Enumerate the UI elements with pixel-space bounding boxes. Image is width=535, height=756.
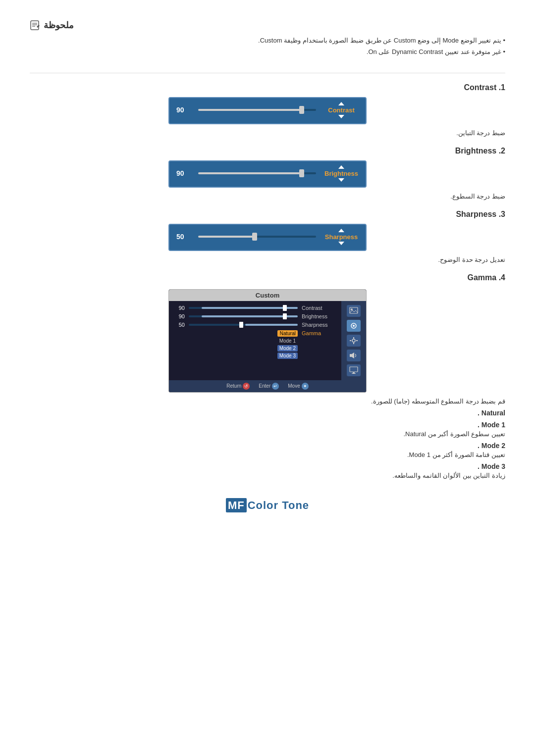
- sharpness-slider-ui[interactable]: Sharpness 50: [168, 224, 367, 251]
- sharpness-thumb[interactable]: [252, 233, 257, 241]
- osd-contrast-thumb: [283, 305, 287, 311]
- osd-contrast-row: Contrast 90: [174, 305, 336, 311]
- osd-brightness-row: Brightness 90: [174, 313, 336, 319]
- brand-text: MFColor Tone: [226, 499, 309, 511]
- brightness-description: ضبط درجة السطوع.: [30, 193, 505, 200]
- svg-rect-14: [350, 367, 358, 372]
- brand-rest: Color Tone: [248, 499, 309, 511]
- osd-sharpness-fill: [245, 324, 298, 326]
- osd-footer-return: ↺ Return: [226, 383, 250, 390]
- contrast-arrow-up[interactable]: [338, 102, 344, 105]
- brightness-track[interactable]: [198, 171, 316, 175]
- brightness-label: Brightness: [455, 147, 497, 155]
- contrast-arrow-down[interactable]: [338, 115, 344, 118]
- osd-body: Contrast 90 Brightness: [169, 301, 366, 380]
- osd-brightness-label: Brightness: [302, 313, 336, 319]
- osd-icon-picture[interactable]: [347, 305, 361, 317]
- contrast-label-box: Contrast: [324, 102, 359, 118]
- svg-point-8: [352, 339, 355, 342]
- svg-rect-16: [352, 373, 356, 374]
- osd-footer-enter: ↵ Enter: [259, 383, 279, 390]
- osd-contrast-value: 90: [174, 305, 185, 311]
- osd-gamma-row: Gamma Natural Mode 1 Mode 2 Mode 3: [174, 330, 336, 359]
- gamma-number: .4: [499, 273, 505, 282]
- contrast-thumb[interactable]: [299, 106, 304, 114]
- sharpness-track[interactable]: [198, 235, 316, 239]
- osd-sidebar: [341, 301, 366, 380]
- osd-brightness-track: [189, 315, 298, 317]
- sharpness-section: Sharpness .3 Sharpness 50 تعديل درجة حدة…: [30, 210, 505, 263]
- osd-sharpness-thumb: [239, 322, 243, 328]
- move-icon: ✦: [302, 383, 309, 390]
- brightness-value: 90: [176, 169, 190, 177]
- gamma-mode1-label: Mode 1 .: [30, 421, 505, 429]
- note-title: ملحوظة: [30, 20, 505, 31]
- contrast-track-fill: [198, 109, 302, 111]
- brand-mf: MF: [226, 498, 247, 512]
- sharpness-arrow-down[interactable]: [338, 242, 344, 245]
- osd-gamma-mode2[interactable]: Mode 2: [277, 345, 298, 352]
- osd-title: Custom: [169, 290, 366, 301]
- brightness-number: .2: [499, 147, 505, 155]
- svg-point-5: [351, 308, 353, 310]
- sharpness-label-box: Sharpness: [324, 229, 359, 245]
- osd-footer-move: ✦ Move: [288, 383, 308, 390]
- osd-gamma-label: Gamma: [302, 330, 336, 336]
- contrast-label: Contrast: [464, 83, 496, 92]
- osd-brightness-value: 90: [174, 313, 185, 319]
- sharpness-value: 50: [176, 233, 190, 241]
- enter-icon: ↵: [272, 383, 279, 390]
- sharpness-heading: Sharpness .3: [30, 210, 505, 219]
- brightness-slider-ui[interactable]: Brightness 90: [168, 160, 367, 188]
- gamma-mode2-desc: تعيين قتامة الصورة أكثر من Mode 1.: [30, 451, 505, 458]
- brightness-track-fill: [198, 172, 302, 174]
- note-bullet-2: غير متوفرة عند تعيين Dynamic Contrast عل…: [30, 46, 505, 57]
- note-icon: [30, 20, 41, 31]
- osd-sharpness-track: [189, 324, 298, 326]
- return-icon: ↺: [243, 383, 250, 390]
- gamma-mode3-desc: زيادة التباين بين الألوان القاتمه والساط…: [30, 472, 505, 479]
- osd-sharpness-label: Sharpness: [302, 322, 336, 328]
- brightness-section: Brightness .2 Brightness 90 ضبط درجة الس…: [30, 147, 505, 200]
- osd-icon-gear[interactable]: [347, 335, 361, 347]
- gamma-main-desc: قم بضبط درجة السطوع المتوسطه (جاما) للصو…: [30, 398, 505, 405]
- sharpness-track-fill: [198, 236, 255, 238]
- move-label: Move: [288, 383, 300, 389]
- gamma-osd: Custom: [168, 289, 367, 393]
- osd-icon-display[interactable]: [347, 364, 361, 376]
- contrast-track[interactable]: [198, 108, 316, 112]
- osd-brightness-thumb: [283, 313, 287, 319]
- sharpness-number: .3: [499, 210, 505, 218]
- osd-gamma-mode1[interactable]: Mode 1: [277, 338, 298, 344]
- osd-gamma-options[interactable]: Natural Mode 1 Mode 2 Mode 3: [277, 330, 298, 359]
- osd-icon-active[interactable]: [347, 320, 361, 332]
- osd-contrast-label: Contrast: [302, 305, 336, 311]
- gamma-mode1-desc: تعيين سطوع الصورة أكبر من Natural.: [30, 430, 505, 438]
- svg-rect-4: [350, 307, 358, 313]
- gamma-section: Gamma .4 Custom: [30, 273, 505, 479]
- contrast-value: 90: [176, 106, 190, 114]
- contrast-number: .1: [499, 83, 505, 92]
- svg-rect-11: [350, 340, 351, 341]
- note-bullet-1: يتم تغيير الوضع Mode إلى وضع Custom عن ط…: [30, 35, 505, 46]
- sharpness-description: تعديل درجة حدة الوضوح.: [30, 256, 505, 263]
- svg-rect-9: [353, 337, 354, 339]
- sharpness-label: Sharpness: [456, 210, 496, 218]
- brightness-heading: Brightness .2: [30, 147, 505, 155]
- brightness-thumb[interactable]: [299, 169, 304, 177]
- osd-sharpness-value: 50: [174, 322, 185, 328]
- osd-icon-sound[interactable]: [347, 350, 361, 361]
- brightness-arrow-down[interactable]: [338, 178, 344, 182]
- gamma-label: Gamma: [468, 273, 497, 282]
- osd-footer: ✦ Move ↵ Enter ↺ Return: [169, 380, 366, 392]
- svg-rect-12: [356, 340, 358, 341]
- svg-rect-13: [350, 354, 352, 357]
- note-title-text: ملحوظة: [44, 20, 74, 31]
- osd-gamma-mode3[interactable]: Mode 3: [277, 353, 298, 359]
- sharpness-arrow-up[interactable]: [338, 229, 344, 232]
- svg-rect-15: [353, 372, 355, 373]
- contrast-slider-ui[interactable]: Contrast 90: [168, 97, 367, 124]
- brightness-arrow-up[interactable]: [338, 165, 344, 169]
- osd-gamma-natural[interactable]: Natural: [277, 330, 298, 337]
- osd-sharpness-row: Sharpness 50: [174, 322, 336, 328]
